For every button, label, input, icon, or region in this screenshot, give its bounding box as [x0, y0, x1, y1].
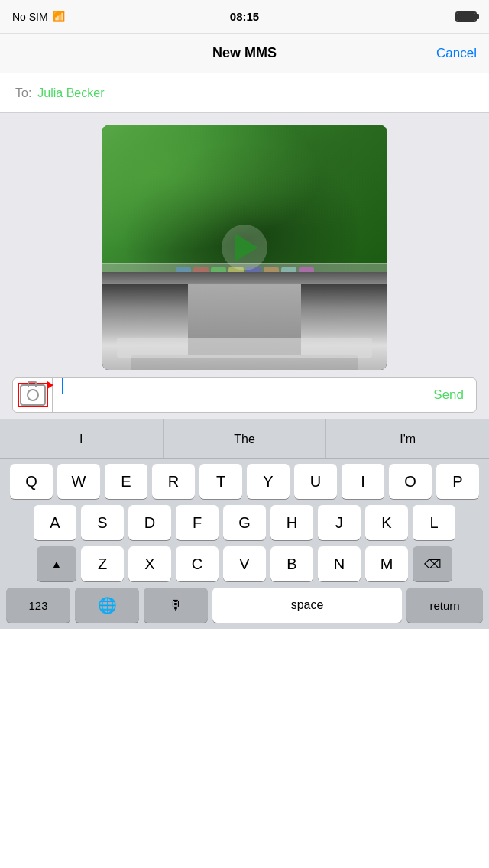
key-r[interactable]: R — [152, 464, 195, 499]
keyboard: Q W E R T Y U I O P A S D F G H J K L ▲ … — [0, 459, 489, 629]
keyboard-row-3: ▲ Z X C V B N M ⌫ — [3, 546, 486, 581]
status-left: No SIM 📶 — [12, 11, 65, 23]
globe-icon: 🌐 — [98, 596, 117, 614]
camera-icon — [20, 384, 46, 406]
compose-area: Send — [0, 113, 489, 419]
camera-button[interactable] — [13, 378, 53, 412]
key-space[interactable]: space — [212, 588, 402, 623]
key-w[interactable]: W — [57, 464, 100, 499]
media-preview[interactable] — [102, 125, 387, 370]
key-z[interactable]: Z — [81, 546, 124, 581]
keyboard-row-1: Q W E R T Y U I O P — [3, 464, 486, 499]
keyboard-bottom-row: 123 🌐 🎙 space return — [3, 588, 486, 627]
key-g[interactable]: G — [223, 505, 266, 540]
text-input-row: Send — [12, 377, 477, 413]
keyboard-row-2: A S D F G H J K L — [3, 505, 486, 540]
key-u[interactable]: U — [294, 464, 337, 499]
key-o[interactable]: O — [389, 464, 432, 499]
predictive-item-im[interactable]: I'm — [326, 419, 489, 458]
key-k[interactable]: K — [365, 505, 408, 540]
play-button[interactable] — [222, 225, 267, 270]
key-f[interactable]: F — [176, 505, 219, 540]
key-s[interactable]: S — [81, 505, 124, 540]
to-field: To: Julia Becker — [0, 73, 489, 113]
carrier-label: No SIM — [12, 11, 48, 23]
key-delete[interactable]: ⌫ — [413, 546, 452, 581]
play-icon — [235, 234, 258, 261]
predictive-item-i[interactable]: I — [0, 419, 164, 458]
key-c[interactable]: C — [176, 546, 219, 581]
key-j[interactable]: J — [318, 505, 361, 540]
predictive-bar: I The I'm — [0, 419, 489, 459]
predictive-item-the[interactable]: The — [164, 419, 327, 458]
key-shift[interactable]: ▲ — [37, 546, 76, 581]
mic-icon: 🎙 — [169, 598, 183, 614]
cancel-button[interactable]: Cancel — [436, 46, 477, 61]
recipient-name[interactable]: Julia Becker — [37, 86, 104, 100]
cursor — [62, 378, 63, 394]
key-p[interactable]: P — [436, 464, 479, 499]
status-time: 08:15 — [230, 10, 259, 23]
key-t[interactable]: T — [199, 464, 242, 499]
key-l[interactable]: L — [413, 505, 455, 540]
wifi-icon: 📶 — [53, 11, 65, 22]
key-q[interactable]: Q — [10, 464, 53, 499]
status-right — [455, 11, 477, 22]
key-globe[interactable]: 🌐 — [75, 588, 139, 623]
key-x[interactable]: X — [128, 546, 171, 581]
key-e[interactable]: E — [105, 464, 147, 499]
key-return[interactable]: return — [406, 588, 483, 623]
key-i[interactable]: I — [342, 464, 384, 499]
page-title: New MMS — [212, 45, 277, 61]
battery-icon — [455, 11, 477, 22]
status-bar: No SIM 📶 08:15 — [0, 0, 489, 34]
key-b[interactable]: B — [270, 546, 313, 581]
to-label: To: — [15, 86, 31, 100]
key-n[interactable]: N — [318, 546, 361, 581]
key-m[interactable]: M — [365, 546, 408, 581]
message-input[interactable] — [53, 378, 421, 412]
key-numbers[interactable]: 123 — [6, 588, 70, 623]
key-a[interactable]: A — [34, 505, 76, 540]
nav-bar: New MMS Cancel — [0, 34, 489, 73]
key-microphone[interactable]: 🎙 — [144, 588, 208, 623]
key-d[interactable]: D — [128, 505, 171, 540]
red-arrow-icon — [47, 381, 53, 389]
imac-bezel — [102, 272, 387, 284]
key-y[interactable]: Y — [247, 464, 290, 499]
imac-keyboard — [117, 338, 373, 358]
key-h[interactable]: H — [270, 505, 313, 540]
key-v[interactable]: V — [223, 546, 266, 581]
send-button[interactable]: Send — [421, 387, 476, 403]
